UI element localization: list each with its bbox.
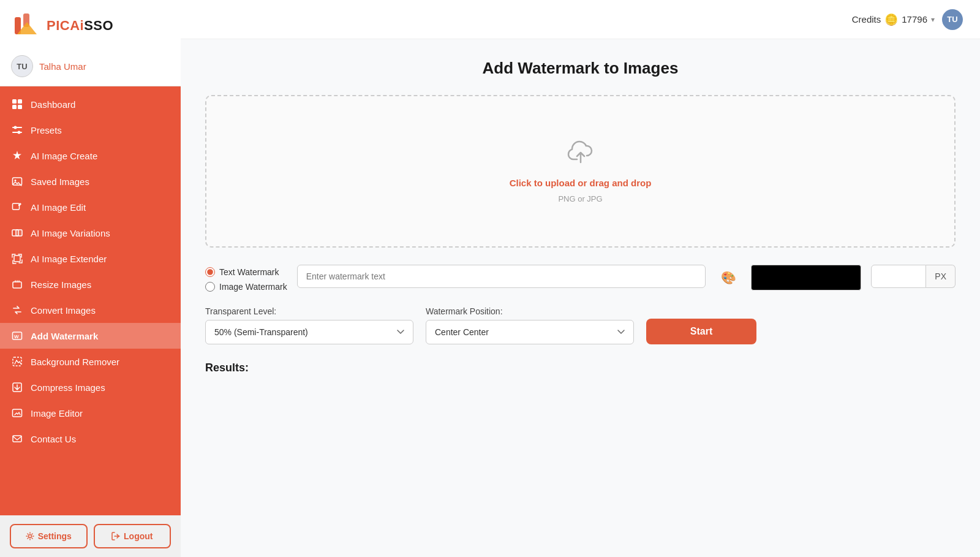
watermark-position-group: Watermark Position: Center Center Top Le… bbox=[426, 306, 634, 344]
sidebar-item-contact-us[interactable]: Contact Us bbox=[0, 426, 181, 452]
svg-rect-3 bbox=[12, 99, 17, 104]
sidebar-footer: Settings Logout bbox=[0, 515, 181, 557]
watermark-text-input[interactable] bbox=[297, 265, 706, 288]
page-content: Add Watermark to Images Click to upload … bbox=[181, 39, 980, 557]
svg-rect-4 bbox=[18, 99, 22, 104]
sidebar-item-ai-image-extender[interactable]: AI Image Extender bbox=[0, 246, 181, 271]
upload-zone[interactable]: Click to upload or drag and drop PNG or … bbox=[205, 95, 956, 248]
mail-icon bbox=[11, 433, 23, 445]
svg-point-24 bbox=[28, 535, 31, 538]
logo-icon bbox=[12, 11, 42, 40]
sidebar-label-ai-image-variations: AI Image Variations bbox=[31, 228, 110, 238]
settings-button[interactable]: Settings bbox=[10, 524, 88, 548]
sidebar-item-convert-images[interactable]: Convert Images bbox=[0, 297, 181, 323]
sidebar-item-resize-images[interactable]: Resize Images bbox=[0, 271, 181, 297]
sidebar-label-presets: Presets bbox=[31, 125, 62, 135]
sidebar-item-add-watermark[interactable]: W Add Watermark bbox=[0, 323, 181, 349]
font-size-input[interactable]: 24 bbox=[871, 265, 926, 288]
pencil-image-icon bbox=[11, 201, 23, 213]
image-watermark-label: Image Watermark bbox=[219, 282, 287, 292]
svg-rect-13 bbox=[13, 203, 20, 210]
svg-point-8 bbox=[14, 126, 17, 129]
watermark-position-label: Watermark Position: bbox=[426, 306, 634, 316]
compress-icon bbox=[11, 381, 23, 393]
credits-coin-icon: 🪙 bbox=[884, 13, 898, 26]
sidebar-label-ai-image-create: AI Image Create bbox=[31, 151, 97, 161]
logout-button[interactable]: Logout bbox=[94, 524, 172, 548]
upload-hint: Click to upload or drag and drop bbox=[510, 178, 652, 188]
start-button[interactable]: Start bbox=[646, 319, 756, 344]
sidebar-label-add-watermark: Add Watermark bbox=[31, 331, 98, 341]
logout-icon bbox=[111, 532, 120, 540]
user-area: TU Talha Umar bbox=[0, 49, 181, 86]
watermark-position-select[interactable]: Center Center Top Left Top Center Top Ri… bbox=[426, 320, 634, 344]
sidebar-item-dashboard[interactable]: Dashboard bbox=[0, 91, 181, 117]
sidebar-label-image-editor: Image Editor bbox=[31, 408, 83, 419]
watermark-icon: W bbox=[11, 330, 23, 342]
transparent-level-group: Transparent Level: 50% (Semi-Transparent… bbox=[205, 306, 413, 344]
sidebar-item-ai-image-edit[interactable]: AI Image Edit bbox=[0, 194, 181, 220]
sidebar-label-ai-image-edit: AI Image Edit bbox=[31, 202, 86, 213]
watermark-type-group: Text Watermark Image Watermark bbox=[205, 265, 287, 292]
color-swatch[interactable] bbox=[751, 265, 861, 290]
sidebar-item-saved-images[interactable]: Saved Images bbox=[0, 169, 181, 194]
sidebar-item-presets[interactable]: Presets bbox=[0, 117, 181, 143]
logo-ai: Ai bbox=[70, 18, 84, 33]
svg-rect-23 bbox=[13, 436, 21, 442]
sidebar-item-compress-images[interactable]: Compress Images bbox=[0, 374, 181, 400]
sidebar-item-ai-image-create[interactable]: AI Image Create bbox=[0, 143, 181, 169]
logo-area: PICAiSSO bbox=[0, 0, 181, 49]
sidebar-item-background-remover[interactable]: Background Remover bbox=[0, 349, 181, 374]
logout-label: Logout bbox=[124, 531, 153, 541]
svg-rect-17 bbox=[13, 282, 21, 288]
sidebar-item-ai-image-variations[interactable]: AI Image Variations bbox=[0, 220, 181, 246]
text-watermark-label: Text Watermark bbox=[219, 267, 279, 277]
credits-label: Credits bbox=[852, 14, 881, 25]
watermark-controls: Text Watermark Image Watermark 🎨 24 PX bbox=[205, 265, 956, 292]
credits-chevron-icon[interactable]: ▾ bbox=[931, 15, 935, 24]
sidebar-label-saved-images: Saved Images bbox=[31, 176, 89, 187]
transparent-level-select[interactable]: 50% (Semi-Transparent) 0% (Opaque) 25% (… bbox=[205, 320, 413, 344]
expand-image-icon bbox=[11, 252, 23, 265]
resize-icon bbox=[11, 278, 23, 290]
sidebar-label-contact-us: Contact Us bbox=[31, 434, 76, 444]
image-watermark-radio[interactable] bbox=[205, 282, 215, 292]
credits-value: 17796 bbox=[902, 14, 927, 25]
color-palette-icon[interactable]: 🎨 bbox=[721, 270, 736, 285]
logo-pic: PIC bbox=[47, 18, 70, 33]
image-watermark-option[interactable]: Image Watermark bbox=[205, 282, 287, 292]
color-picker-wrapper: 🎨 bbox=[715, 265, 741, 290]
sidebar: PICAiSSO TU Talha Umar Dashboard Presets… bbox=[0, 0, 181, 557]
results-section: Results: bbox=[205, 362, 956, 374]
font-size-group: 24 PX bbox=[871, 265, 956, 288]
sidebar-label-compress-images: Compress Images bbox=[31, 382, 105, 393]
sidebar-nav: Dashboard Presets AI Image Create Saved … bbox=[0, 86, 181, 515]
transparent-level-label: Transparent Level: bbox=[205, 306, 413, 316]
grid-icon bbox=[11, 98, 23, 110]
cloud-upload-icon bbox=[566, 139, 595, 169]
svg-rect-16 bbox=[14, 256, 20, 262]
editor-icon bbox=[11, 407, 23, 419]
copy-image-icon bbox=[11, 227, 23, 239]
svg-rect-5 bbox=[12, 105, 17, 109]
svg-rect-15 bbox=[16, 230, 22, 236]
sidebar-item-image-editor[interactable]: Image Editor bbox=[0, 400, 181, 426]
text-watermark-option[interactable]: Text Watermark bbox=[205, 267, 287, 277]
settings-label: Settings bbox=[38, 531, 72, 541]
credits-section: Credits 🪙 17796 ▾ bbox=[852, 13, 935, 26]
dropdowns-row: Transparent Level: 50% (Semi-Transparent… bbox=[205, 306, 956, 344]
px-label: PX bbox=[926, 265, 956, 288]
convert-icon bbox=[11, 304, 23, 316]
svg-text:W: W bbox=[14, 334, 19, 339]
svg-point-12 bbox=[15, 180, 17, 181]
logo-sso: SSO bbox=[84, 18, 113, 33]
topbar-avatar: TU bbox=[942, 9, 963, 30]
image-icon bbox=[11, 175, 23, 188]
text-watermark-radio[interactable] bbox=[205, 267, 215, 277]
sidebar-label-background-remover: Background Remover bbox=[31, 357, 119, 367]
bg-remove-icon bbox=[11, 355, 23, 368]
sliders-icon bbox=[11, 124, 23, 136]
avatar: TU bbox=[11, 55, 33, 77]
settings-icon bbox=[26, 532, 34, 540]
logo-text: PICAiSSO bbox=[47, 18, 113, 34]
